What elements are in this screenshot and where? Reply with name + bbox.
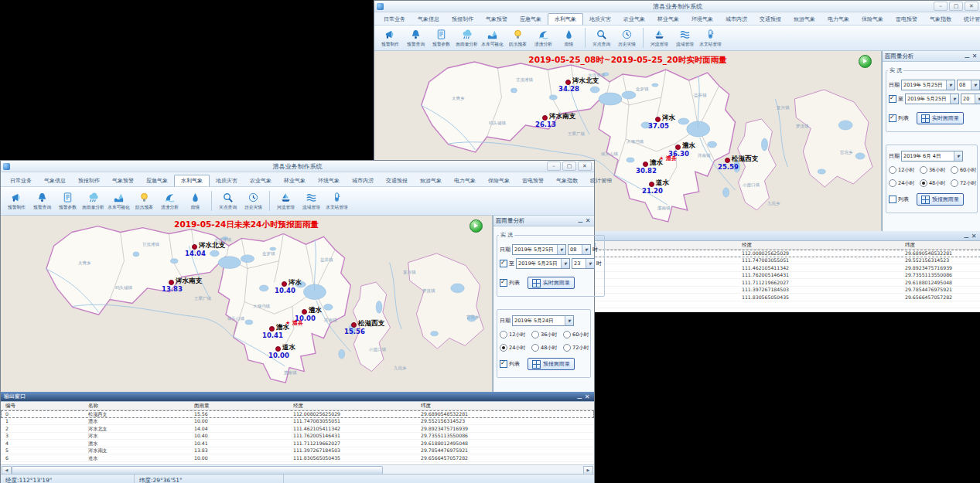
chevron-down-icon[interactable]: ▼ (954, 151, 962, 161)
to-checkbox[interactable] (889, 95, 896, 103)
tab-电力气象[interactable]: 电力气象 (448, 175, 482, 186)
tab-农业气象[interactable]: 农业气象 (244, 175, 278, 186)
end-date-combobox[interactable]: 2019年 5月25日▼ (516, 258, 570, 269)
toolbar-雨情[interactable]: 雨情 (557, 29, 581, 48)
toolbar-预警制作[interactable]: 预警制作 (378, 29, 402, 48)
tab-应急气象[interactable]: 应急气象 (514, 14, 548, 25)
dock-close-icon[interactable]: ✕ (583, 393, 591, 400)
table-row[interactable]: 6道水10.00111.83056505043529.6566457057282 (1, 454, 594, 462)
map-canvas[interactable]: 甘溪滩镇火连坡镇太青乡码头铺镇王家厂镇金罗镇盐井镇复兴镇大堰垱镇涔南镇梦溪镇官垸… (1, 216, 493, 392)
toolbar-水库可视化[interactable]: 水库可视化 (480, 29, 504, 48)
toolbar-灾点查询[interactable]: 灾点查询 (216, 192, 240, 211)
tab-环境气象[interactable]: 环境气象 (685, 14, 719, 25)
toolbar-河流管理[interactable]: 河流管理 (647, 29, 671, 48)
scroll-left-arrow[interactable]: ◀ (2, 466, 12, 474)
radio-36小时[interactable]: 36小时 (920, 166, 951, 174)
tab-气象信息[interactable]: 气象信息 (411, 14, 446, 25)
refresh-button[interactable] (859, 55, 872, 68)
toolbar-预警参数[interactable]: 预警参数 (56, 192, 80, 211)
list-checkbox[interactable] (500, 279, 507, 287)
maximize-button[interactable]: ▢ (562, 162, 576, 171)
chevron-down-icon[interactable]: ▼ (586, 259, 594, 268)
dock-close-icon[interactable]: ✕ (970, 233, 978, 240)
list-checkbox[interactable] (889, 114, 896, 122)
toolbar-流域管理[interactable]: 流域管理 (673, 29, 697, 48)
end-hour-combobox[interactable]: 23▼ (572, 258, 595, 269)
toolbar-水文站管理[interactable]: 水文站管理 (698, 29, 722, 48)
toolbar-预警制作[interactable]: 预警制作 (5, 192, 29, 211)
chevron-down-icon[interactable]: ▼ (971, 80, 979, 90)
toolbar-灾点查询[interactable]: 灾点查询 (589, 29, 613, 48)
table-row[interactable]: 1澧水10.00111.74708305505129.552156314523 (1, 418, 594, 426)
tab-旅游气象[interactable]: 旅游气象 (787, 14, 821, 25)
tab-地质灾害[interactable]: 地质灾害 (583, 14, 617, 25)
start-date-combobox[interactable]: 2019年 5月25日▼ (901, 80, 955, 90)
toolbar-渍涝分析[interactable]: 渍涝分析 (158, 192, 182, 211)
forecast-date-combobox[interactable]: 2019年 6月 4日▼ (901, 151, 963, 162)
toolbar-河流管理[interactable]: 河流管理 (274, 192, 298, 211)
panel-close-icon[interactable]: ✕ (971, 53, 978, 60)
toolbar-预警查询[interactable]: 预警查询 (30, 192, 54, 211)
tab-预报制作[interactable]: 预报制作 (446, 14, 480, 25)
titlebar[interactable]: 澧县业务制作系统 – ▢ ✕ (374, 1, 980, 12)
tab-地质灾害[interactable]: 地质灾害 (210, 175, 244, 186)
toolbar-预警参数[interactable]: 预警参数 (429, 29, 453, 48)
radio-60小时[interactable]: 60小时 (951, 166, 975, 174)
tab-气象指数[interactable]: 气象指数 (924, 14, 958, 25)
toolbar-历史灾情[interactable]: 历史灾情 (241, 192, 265, 211)
table-row[interactable]: 0松滋西支15.56112.00802562502929.68905485322… (1, 410, 594, 418)
tab-气象预警[interactable]: 气象预警 (106, 175, 140, 186)
radio-24小时[interactable]: 24小时 (889, 179, 920, 187)
tab-预报制作[interactable]: 预报制作 (72, 175, 106, 186)
titlebar[interactable]: 澧县业务制作系统 – ▢ ✕ (1, 161, 594, 172)
chevron-down-icon[interactable]: ▼ (975, 94, 980, 104)
toolbar-历史灾情[interactable]: 历史灾情 (615, 29, 639, 48)
tab-水利气象[interactable]: 水利气象 (174, 175, 210, 186)
tab-林业气象[interactable]: 林业气象 (278, 175, 312, 186)
radio-12小时[interactable]: 12小时 (889, 166, 920, 174)
tab-交通预报[interactable]: 交通预报 (753, 14, 787, 25)
table-row[interactable]: 2涔水北支14.04111.46210541134229.89234757169… (1, 425, 594, 433)
toolbar-水文站管理[interactable]: 水文站管理 (325, 192, 349, 211)
tab-雷电预警[interactable]: 雷电预警 (516, 175, 550, 186)
forecast-rainfall-button[interactable]: 预报面雨量 (917, 193, 964, 206)
toolbar-防汛预案[interactable]: 防汛预案 (506, 29, 530, 48)
column-header-纬度[interactable]: 纬度 (421, 403, 431, 410)
minimize-button[interactable]: – (934, 2, 948, 11)
toolbar-预警查询[interactable]: 预警查询 (404, 29, 428, 48)
tab-气象预警[interactable]: 气象预警 (480, 14, 514, 25)
tab-交通预报[interactable]: 交通预报 (380, 175, 414, 186)
radio-72小时[interactable]: 72小时 (563, 344, 588, 352)
toolbar-面雨量分析[interactable]: 面雨量分析 (81, 192, 105, 211)
minimize-button[interactable]: – (547, 162, 561, 171)
close-button[interactable]: ✕ (965, 2, 978, 11)
toolbar-流域管理[interactable]: 流域管理 (299, 192, 323, 211)
tab-统计管理[interactable]: 统计管理 (958, 14, 980, 25)
start-date-combobox[interactable]: 2019年 5月25日▼ (512, 244, 566, 255)
tab-日常业务[interactable]: 日常业务 (4, 175, 38, 186)
toolbar-渍涝分析[interactable]: 渍涝分析 (531, 29, 555, 48)
table-row[interactable]: 4澹水10.41111.71121966202729.6188012495048 (1, 440, 594, 447)
forecast-list-checkbox[interactable] (500, 360, 507, 368)
scroll-thumb[interactable] (12, 466, 383, 474)
chevron-down-icon[interactable]: ▼ (565, 316, 573, 325)
tab-环境气象[interactable]: 环境气象 (312, 175, 346, 186)
end-date-combobox[interactable]: 2019年 5月25日▼ (905, 94, 959, 104)
forecast-list-checkbox[interactable] (889, 196, 896, 203)
radio-60小时[interactable]: 60小时 (563, 331, 588, 338)
tab-气象指数[interactable]: 气象指数 (550, 175, 584, 186)
forecast-date-combobox[interactable]: 2019年 5月24日▼ (512, 315, 574, 326)
maximize-button[interactable]: ▢ (949, 2, 963, 11)
tab-城市内涝[interactable]: 城市内涝 (346, 175, 380, 186)
tab-日常业务[interactable]: 日常业务 (377, 14, 411, 25)
toolbar-水库可视化[interactable]: 水库可视化 (107, 192, 131, 211)
chevron-down-icon[interactable]: ▼ (950, 94, 958, 104)
tab-气象信息[interactable]: 气象信息 (38, 175, 72, 186)
start-hour-combobox[interactable]: 08▼ (568, 244, 591, 255)
end-hour-combobox[interactable]: 20▼ (961, 94, 980, 104)
radio-24小时[interactable]: 24小时 (500, 344, 531, 352)
to-checkbox[interactable] (500, 260, 507, 267)
table-row[interactable]: 5涔水南支13.83111.39726718450329.78544769759… (1, 447, 594, 455)
column-header-名称[interactable]: 名称 (88, 403, 98, 410)
tab-统计管理[interactable]: 统计管理 (584, 175, 618, 186)
